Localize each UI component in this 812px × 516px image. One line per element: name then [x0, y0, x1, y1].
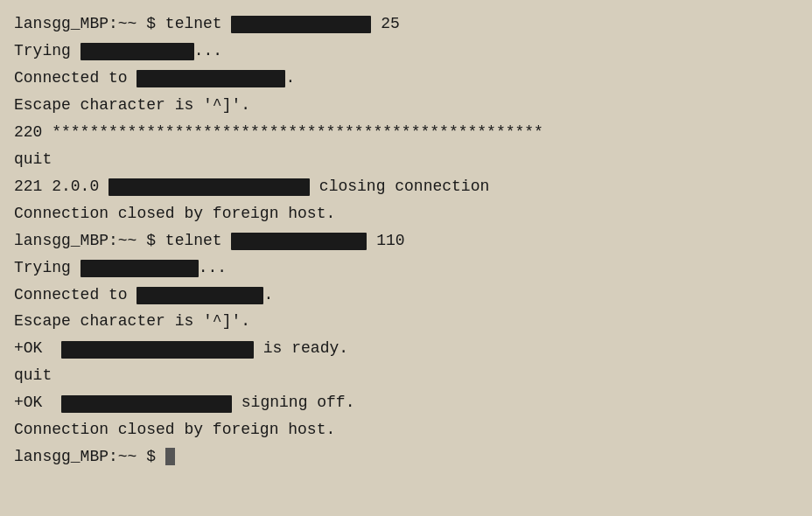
line-prefix: 221 2.0.0 — [14, 173, 108, 200]
terminal-line: 221 2.0.0 REDACTED_SERVER_1 closing conn… — [14, 173, 798, 200]
terminal-line: Connected to REDACTED_HOST_1. — [14, 65, 798, 92]
terminal-line: quit — [14, 362, 798, 389]
line-text: quit — [14, 146, 52, 173]
redacted-text: REDACTED_SERVER_1 — [108, 178, 310, 196]
line-prefix: Trying — [14, 255, 80, 282]
line-suffix: closing connection — [310, 173, 489, 200]
line-prefix: Connected to — [14, 65, 136, 92]
redacted-text: REDACTED_IP_3 — [231, 233, 367, 250]
terminal-line: Connection closed by foreign host. — [14, 416, 798, 443]
terminal-line: lansgg_MBP:~~ $ — [14, 443, 798, 471]
line-prefix: lansgg_MBP:~~ $ telnet — [14, 227, 231, 255]
line-text: Connection closed by foreign host. — [14, 200, 335, 227]
terminal-output: lansgg_MBP:~~ $ telnet REDACTED_IP_1 25T… — [14, 10, 798, 471]
line-suffix: 110 — [367, 227, 404, 255]
redacted-text: REDACTED_IP_1 — [231, 16, 371, 33]
terminal-line: Escape character is '^]'. — [14, 92, 798, 119]
redacted-text: REDACTED_HOST_1 — [136, 70, 285, 87]
terminal-line: Trying REDACTED_IP_4... — [14, 255, 798, 282]
cursor — [165, 448, 175, 465]
prompt-text: lansgg_MBP:~~ $ — [14, 443, 165, 471]
line-prefix: +OK — [14, 389, 61, 416]
terminal-line: quit — [14, 146, 798, 173]
terminal-line: lansgg_MBP:~~ $ telnet REDACTED_IP_1 25 — [14, 10, 798, 38]
line-text: quit — [14, 362, 52, 389]
line-text: Connection closed by foreign host. — [14, 416, 335, 443]
line-prefix: lansgg_MBP:~~ $ telnet — [14, 10, 231, 38]
redacted-text: REDACTED_IP_2 — [80, 43, 194, 60]
redacted-text: REDACTED_SERVER_3 — [61, 395, 232, 413]
terminal-line: Connection closed by foreign host. — [14, 200, 798, 227]
line-suffix: 25 — [371, 10, 399, 38]
line-suffix: is ready. — [254, 335, 348, 362]
redacted-text: REDACTED_IP_4 — [80, 260, 199, 277]
line-text: Escape character is '^]'. — [14, 308, 250, 335]
terminal-line: +OK REDACTED_SERVER_2 is ready. — [14, 335, 798, 362]
redacted-text: REDACTED_SERVER_2 — [61, 341, 254, 359]
line-prefix: Trying — [14, 38, 80, 65]
line-suffix: signing off. — [232, 389, 354, 416]
line-text: Escape character is '^]'. — [14, 92, 250, 119]
line-prefix: Connected to — [14, 282, 136, 309]
line-prefix: +OK — [14, 335, 61, 362]
terminal-line: Escape character is '^]'. — [14, 308, 798, 335]
terminal-line: +OK REDACTED_SERVER_3 signing off. — [14, 389, 798, 416]
line-suffix: . — [285, 65, 295, 92]
terminal-line: lansgg_MBP:~~ $ telnet REDACTED_IP_3 110 — [14, 227, 798, 255]
line-text: 220 ************************************… — [14, 119, 543, 146]
terminal-line: Connected to REDACTED_HOST_2. — [14, 282, 798, 309]
redacted-text: REDACTED_HOST_2 — [136, 287, 263, 304]
terminal-line: Trying REDACTED_IP_2... — [14, 38, 798, 65]
terminal-line: 220 ************************************… — [14, 119, 798, 146]
